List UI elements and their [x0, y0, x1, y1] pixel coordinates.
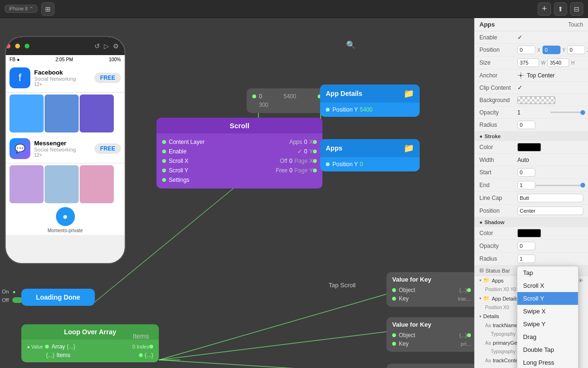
shadow-color-swatch[interactable]	[517, 229, 541, 237]
dropdown-double-tap[interactable]: Double Tap	[517, 343, 578, 356]
clip-label: Clip Content	[479, 85, 517, 91]
search-button[interactable]: 🔍	[346, 40, 356, 49]
stroke-position-label: Position	[479, 208, 517, 214]
loop-row-2: {...} Items {...}	[27, 351, 153, 359]
panel-bg-row: Background	[475, 94, 588, 106]
value-for-key-1: Value for Key Object {...} Key trac...	[386, 272, 474, 307]
pos-x-input[interactable]	[517, 46, 535, 54]
dropdown-drag[interactable]: Drag	[517, 330, 578, 343]
stroke-section-header: ● Stroke	[475, 132, 588, 141]
layer-apps-triangle: ▾	[479, 278, 481, 283]
size-h-input[interactable]	[547, 58, 569, 67]
panel-position-row: Position X Y Z	[475, 44, 588, 57]
conn-val-3: 300	[259, 102, 268, 108]
on-dot: ●	[13, 289, 16, 294]
connector-row-1: 0 5400	[252, 92, 322, 101]
loading-done-label: Loading Done	[36, 293, 80, 301]
apps-dot	[326, 162, 330, 166]
vfk-1-key-row: Key trac...	[392, 294, 471, 303]
dropdown-tap[interactable]: Tap	[517, 266, 578, 279]
anchor-content: Top Center	[517, 72, 583, 79]
dropdown-swipe-y[interactable]: Swipe Y	[517, 318, 578, 330]
moments-icon: ●	[56, 207, 75, 226]
layout-toggle-btn[interactable]: ⊞	[41, 2, 55, 16]
minimize-dot	[15, 44, 20, 48]
facebook-free-btn[interactable]: FREE	[94, 73, 121, 83]
app-details-pos-label: Position Y	[332, 106, 358, 113]
messenger-free-btn[interactable]: FREE	[94, 143, 121, 154]
background-swatch[interactable]	[517, 96, 555, 104]
vfk-2-key-dot	[392, 342, 396, 346]
scroll-val-2: ✓	[297, 148, 302, 155]
dropdown-long-press[interactable]: Long Press	[517, 356, 578, 368]
dropdown-scroll-x[interactable]: Scroll X	[517, 279, 578, 292]
scroll-row-content-layer: Content Layer Apps 0 X	[162, 137, 317, 147]
scroll-key-2: Y	[309, 148, 313, 155]
size-w-input[interactable]	[517, 58, 539, 67]
stroke-color-swatch[interactable]	[517, 143, 541, 151]
conn-dot-1	[252, 94, 256, 98]
dropdown-swipe-x[interactable]: Swipe X	[517, 305, 578, 318]
status-bar: FB ● 2:05 PM 100%	[6, 55, 125, 64]
app-details-pos-value: 5400	[360, 106, 373, 113]
facebook-item: f Facebook Social Networking 12+ FREE	[6, 64, 125, 93]
radius-input[interactable]	[517, 121, 535, 129]
clip-check: ✓	[517, 84, 583, 91]
stroke-width-label: Width	[479, 157, 517, 163]
pos-y-label: Y	[562, 47, 566, 53]
stroke-linecap-select[interactable]: ButtRoundSquare	[517, 194, 583, 202]
time-text: 2:05 PM	[55, 57, 73, 62]
opacity-label: Opacity	[479, 109, 517, 116]
stroke-start-input[interactable]	[517, 168, 535, 177]
share-button[interactable]: ⬆	[554, 2, 567, 16]
messenger-icon: 💬	[9, 138, 30, 159]
pos-y-input[interactable]	[542, 46, 560, 54]
scroll-num-3: 0	[289, 158, 293, 164]
stroke-label: Stroke	[485, 133, 501, 139]
top-bar: iPhone 8 ⌃ ⊞ + ⬆ ⊟	[0, 0, 588, 18]
shadow-color-label: Color	[479, 230, 517, 236]
scroll-row-settings: Settings	[162, 175, 317, 185]
vfk-2-obj-label: Object	[399, 332, 459, 339]
on-label: On	[2, 289, 9, 294]
size-h-label: H	[571, 60, 574, 66]
device-label: iPhone 8	[9, 6, 28, 11]
stroke-end-input[interactable]	[517, 181, 535, 189]
opacity-value: 1	[517, 109, 551, 116]
stroke-position-select[interactable]: CenterInsideOutside	[517, 207, 583, 215]
add-button[interactable]: +	[538, 2, 551, 16]
scroll-label-5: Settings	[169, 177, 317, 183]
scroll-dot-3	[162, 159, 166, 163]
device-selector[interactable]: iPhone 8 ⌃	[5, 5, 37, 13]
panel-toggle-button[interactable]: ⊟	[570, 2, 583, 16]
opacity-slider[interactable]	[551, 112, 584, 113]
chevron-icon: ⌃	[29, 6, 33, 11]
svg-line-3	[159, 293, 389, 360]
iphone-mockup: ↺ ▷ ⚙ FB ● 2:05 PM 100% f Facebook Socia…	[5, 36, 126, 264]
messenger-images	[6, 163, 125, 205]
size-w-label: W	[541, 60, 545, 66]
msg-thumb-2	[45, 165, 79, 203]
vfk-2-key-label: Key	[399, 340, 461, 347]
loop-over-array-node: Loop Over Array ● Value Array {...} 0 In…	[21, 324, 159, 362]
anchor-diagram	[517, 72, 524, 79]
app-list: f Facebook Social Networking 12+ FREE	[6, 64, 125, 263]
vfk-2-obj-dot-right	[467, 333, 471, 337]
vfk-1-key-label: Key	[399, 295, 458, 302]
pos-z-input[interactable]	[567, 46, 585, 54]
loop-items-right: {...}	[145, 352, 153, 359]
vfk-2-title: Value for Key	[392, 321, 471, 328]
shadow-opacity-input[interactable]	[517, 242, 535, 250]
stroke-end-label: End	[479, 182, 517, 189]
layer-details-triangle: ▾	[479, 314, 481, 319]
apps-node: Apps 📁 Position Y 0	[320, 139, 420, 171]
size-label: Size	[479, 59, 517, 66]
loop-row-1: ● Value Array {...} 0 Index	[27, 342, 153, 351]
dropdown-scroll-y[interactable]: Scroll Y	[517, 292, 578, 305]
shadow-radius-input[interactable]	[517, 255, 535, 263]
stroke-end-slider[interactable]	[535, 185, 583, 186]
panel-opacity-row: Opacity 1	[475, 106, 588, 119]
messenger-category: Social Networking	[34, 147, 94, 152]
vfk-2-obj-value: {...}	[459, 332, 467, 338]
app-details-dot	[326, 108, 330, 112]
